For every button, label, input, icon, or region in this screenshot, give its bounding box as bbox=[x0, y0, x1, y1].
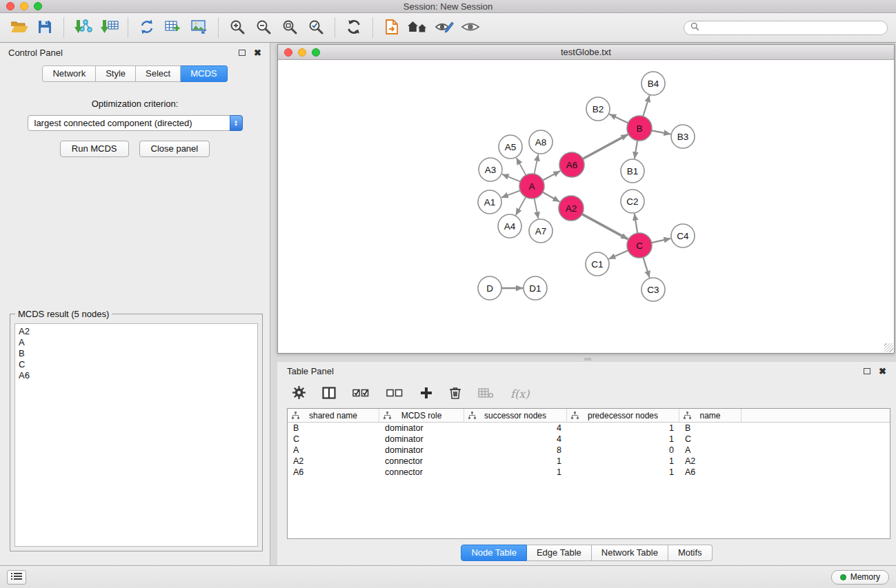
mcds-result-item[interactable]: A bbox=[15, 337, 257, 348]
table-row[interactable]: Adominator80A bbox=[288, 445, 890, 456]
edge-A-A2[interactable] bbox=[543, 192, 560, 202]
clone-network-button[interactable] bbox=[135, 16, 159, 39]
edge-A-A3[interactable] bbox=[502, 174, 521, 182]
network-minimize-button[interactable] bbox=[298, 48, 306, 57]
table-row[interactable]: Bdominator41B bbox=[288, 423, 890, 434]
edge-C-C1[interactable] bbox=[608, 250, 628, 258]
graph-node-A6[interactable]: A6 bbox=[559, 152, 584, 177]
float-panel-icon[interactable] bbox=[239, 50, 246, 56]
zoom-window-button[interactable] bbox=[34, 2, 42, 10]
edge-A-A4[interactable] bbox=[516, 197, 526, 215]
import-table-button[interactable] bbox=[97, 16, 121, 39]
home-button[interactable] bbox=[406, 16, 430, 39]
tab-style[interactable]: Style bbox=[96, 65, 136, 82]
edge-B-B3[interactable] bbox=[652, 130, 671, 134]
run-mcds-button[interactable]: Run MCDS bbox=[60, 141, 129, 157]
graph-node-A8[interactable]: A8 bbox=[529, 130, 552, 154]
graph-node-A7[interactable]: A7 bbox=[529, 219, 552, 243]
tab-network-table[interactable]: Network Table bbox=[592, 545, 668, 561]
graph-node-A3[interactable]: A3 bbox=[479, 158, 502, 181]
edge-A-A6[interactable] bbox=[543, 171, 560, 181]
delete-column-button[interactable] bbox=[478, 387, 494, 401]
minimize-window-button[interactable] bbox=[20, 2, 28, 10]
column-header-name[interactable]: name bbox=[679, 409, 741, 422]
graph-node-B4[interactable]: B4 bbox=[641, 72, 665, 95]
graph-node-A5[interactable]: A5 bbox=[499, 135, 522, 159]
network-zoom-button[interactable] bbox=[312, 48, 320, 57]
tab-node-table[interactable]: Node Table bbox=[461, 545, 527, 561]
close-panel-icon[interactable]: ✖ bbox=[254, 48, 261, 57]
edge-A-A7[interactable] bbox=[535, 199, 539, 219]
graph-node-D[interactable]: D bbox=[478, 276, 501, 300]
select-all-button[interactable] bbox=[352, 387, 370, 401]
table-row[interactable]: A2connector11A2 bbox=[288, 456, 890, 467]
graph-node-B[interactable]: B bbox=[627, 116, 652, 141]
close-window-button[interactable] bbox=[6, 2, 14, 10]
tab-motifs[interactable]: Motifs bbox=[668, 545, 713, 561]
edge-C-C4[interactable] bbox=[652, 239, 671, 243]
close-panel-button[interactable]: Close panel bbox=[139, 141, 210, 157]
column-header-shared-name[interactable]: shared name bbox=[288, 409, 379, 422]
open-document-button[interactable] bbox=[380, 16, 404, 39]
edge-A-A1[interactable] bbox=[501, 190, 520, 197]
table-row[interactable]: A6connector11A6 bbox=[288, 467, 890, 478]
zoom-in-button[interactable] bbox=[226, 16, 249, 39]
add-column-button[interactable] bbox=[420, 387, 432, 401]
open-session-button[interactable] bbox=[7, 16, 30, 39]
edge-A2-C[interactable] bbox=[582, 214, 628, 239]
edge-A-A8[interactable] bbox=[535, 154, 539, 174]
mcds-result-list[interactable]: A2ABCA6 bbox=[14, 323, 258, 547]
column-header-MCDS-role[interactable]: MCDS role bbox=[379, 409, 464, 422]
edge-B-B4[interactable] bbox=[643, 95, 649, 116]
edge-A6-B[interactable] bbox=[583, 134, 628, 159]
tab-edge-table[interactable]: Edge Table bbox=[527, 545, 592, 561]
delete-row-button[interactable] bbox=[449, 386, 461, 402]
edge-C-C2[interactable] bbox=[635, 214, 637, 233]
network-window-titlebar[interactable]: testGlobe.txt bbox=[278, 45, 894, 60]
show-columns-button[interactable] bbox=[322, 387, 336, 401]
export-image-button[interactable] bbox=[188, 16, 211, 39]
graph-node-B2[interactable]: B2 bbox=[586, 97, 610, 121]
edge-B-B2[interactable] bbox=[609, 114, 628, 123]
search-box[interactable] bbox=[684, 21, 888, 35]
task-history-button[interactable] bbox=[7, 570, 26, 585]
function-builder-button[interactable]: f(x) bbox=[510, 387, 529, 401]
graph-node-C3[interactable]: C3 bbox=[641, 278, 665, 301]
float-table-panel-icon[interactable] bbox=[864, 368, 870, 374]
table-row[interactable]: Cdominator41C bbox=[288, 434, 890, 445]
mcds-result-item[interactable]: C bbox=[15, 359, 257, 370]
graph-node-A2[interactable]: A2 bbox=[559, 196, 584, 221]
edge-A-A5[interactable] bbox=[517, 158, 526, 175]
graph-node-C1[interactable]: C1 bbox=[586, 252, 609, 276]
memory-button[interactable]: Memory bbox=[831, 570, 889, 585]
close-table-panel-icon[interactable]: ✖ bbox=[879, 367, 886, 376]
search-input[interactable] bbox=[703, 23, 881, 32]
refresh-layout-button[interactable] bbox=[342, 16, 366, 39]
graph-node-C4[interactable]: C4 bbox=[671, 224, 695, 247]
table-settings-button[interactable] bbox=[292, 386, 306, 401]
graph-node-C[interactable]: C bbox=[627, 233, 652, 258]
network-canvas[interactable]: B4B2BB3A8A5A6B1A3AC2A1A2A4A7C4CC1C3DD1 bbox=[278, 60, 894, 353]
zoom-fit-button[interactable] bbox=[278, 16, 301, 39]
save-session-button[interactable] bbox=[33, 16, 57, 39]
mcds-result-item[interactable]: B bbox=[15, 348, 257, 359]
graph-node-C2[interactable]: C2 bbox=[621, 190, 644, 213]
deselect-all-button[interactable] bbox=[386, 387, 404, 401]
edge-C-C3[interactable] bbox=[643, 257, 649, 278]
graph-node-B3[interactable]: B3 bbox=[671, 125, 695, 148]
edge-B-B1[interactable] bbox=[635, 141, 637, 159]
column-header-predecessor-nodes[interactable]: predecessor nodes bbox=[567, 409, 679, 422]
show-hide-details-button[interactable] bbox=[459, 16, 482, 39]
tab-select[interactable]: Select bbox=[136, 65, 181, 82]
column-header-successor-nodes[interactable]: successor nodes bbox=[464, 409, 567, 422]
network-graph[interactable]: B4B2BB3A8A5A6B1A3AC2A1A2A4A7C4CC1C3DD1 bbox=[278, 60, 894, 353]
zoom-selected-button[interactable] bbox=[304, 16, 328, 39]
network-close-button[interactable] bbox=[284, 48, 292, 57]
resize-grip-icon[interactable] bbox=[884, 343, 893, 352]
graph-node-B1[interactable]: B1 bbox=[621, 159, 644, 183]
graph-node-A1[interactable]: A1 bbox=[478, 190, 501, 214]
annotations-button[interactable] bbox=[432, 16, 456, 39]
node-table[interactable]: shared nameMCDS rolesuccessor nodesprede… bbox=[287, 408, 890, 539]
optimization-dropdown[interactable]: largest connected component (directed) ▲… bbox=[28, 115, 243, 131]
import-network-button[interactable] bbox=[71, 16, 94, 39]
